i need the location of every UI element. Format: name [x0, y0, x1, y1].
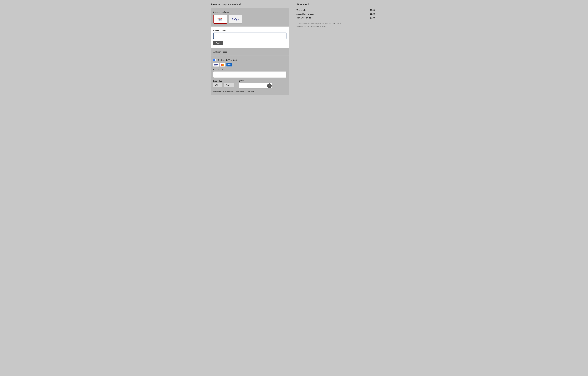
total-credit-value: $1.00 [370, 9, 375, 11]
promo-section: Add promo code [211, 48, 289, 55]
total-credit-row: Total credit: $1.00 [296, 9, 375, 11]
visa-icon: VISA [213, 63, 219, 66]
cvv-input-wrapper: ? [239, 83, 272, 88]
cvv-label: CVV * [239, 80, 272, 82]
expiry-cvv-row: Expiry date * MM / YYYY CVV [213, 80, 286, 88]
payment-option-row: Credit card / Visa Debit [213, 59, 286, 61]
card-select-label: Select type of card: [213, 11, 286, 13]
credit-card-section: Credit card / Visa Debit VISA AMEX Card … [211, 56, 289, 95]
mastercard-icon [220, 63, 225, 66]
apply-button[interactable]: Apply [213, 41, 223, 45]
save-info-text: We'll save your payment information for … [213, 90, 286, 92]
remaining-credit-row: Remaining credit: $0.00 [296, 17, 375, 19]
applied-credit-row: Applied to purchase: -$1.00 [296, 13, 375, 15]
amex-icon: AMEX [226, 63, 232, 66]
rakuten-kobo-card-option[interactable]: Rakuten kobo [213, 15, 227, 24]
left-panel: Preferred payment method Select type of … [208, 0, 292, 376]
page-title: Preferred payment method [211, 3, 289, 6]
expiry-year-select[interactable]: YYYY [224, 83, 234, 87]
indigo-card-option[interactable]: !ndigo [229, 15, 242, 24]
add-promo-code-button[interactable]: Add promo code [213, 51, 227, 53]
card-select-section: Select type of card: Rakuten kobo !ndigo [211, 8, 289, 26]
credit-card-radio[interactable] [213, 59, 216, 61]
expiry-inputs: MM / YYYY [213, 83, 234, 87]
applied-credit-value: -$1.00 [369, 13, 375, 15]
kobo-text: kobo [218, 19, 222, 21]
cvv-input[interactable] [239, 83, 267, 88]
expiry-group: Expiry date * MM / YYYY [213, 80, 234, 87]
chevron-down-icon-year [231, 85, 232, 86]
expiry-label: Expiry date * [213, 80, 234, 82]
applied-credit-label: Applied to purchase: [296, 13, 314, 15]
indigo-logo: !ndigo [232, 18, 239, 21]
radio-inner [214, 59, 215, 61]
main-layout: Preferred payment method Select type of … [208, 0, 380, 376]
rakuten-kobo-logo: Rakuten kobo [217, 17, 224, 22]
chevron-down-icon [219, 85, 220, 86]
expiry-divider: / [223, 84, 223, 87]
total-credit-label: Total credit: [296, 9, 306, 11]
mastercard-circles [221, 64, 224, 66]
expiry-year-value: YYYY [226, 84, 230, 86]
expiry-month-value: MM [215, 84, 218, 86]
pin-section: Kobo PIN Number Apply [211, 27, 289, 48]
cvv-group: CVV * ? [239, 80, 272, 88]
expiry-month-select[interactable]: MM [213, 83, 222, 87]
card-number-label: Card number * [213, 68, 286, 70]
card-options: Rakuten kobo !ndigo [213, 15, 286, 24]
card-icons-row: VISA AMEX [213, 63, 286, 66]
store-credit-title: Store credit [296, 3, 375, 6]
cvv-help-icon[interactable]: ? [267, 83, 272, 88]
transactions-notice: All transactions processed by Rakuten Ko… [296, 23, 344, 28]
card-number-input[interactable] [213, 71, 286, 78]
mc-circle-right [222, 64, 224, 66]
pin-input[interactable] [213, 33, 286, 39]
payment-option-label: Credit card / Visa Debit [218, 59, 237, 61]
right-panel: Store credit Total credit: $1.00 Applied… [292, 0, 380, 376]
remaining-credit-label: Remaining credit: [296, 17, 311, 19]
pin-label: Kobo PIN Number [213, 29, 286, 31]
remaining-credit-value: $0.00 [370, 17, 375, 19]
